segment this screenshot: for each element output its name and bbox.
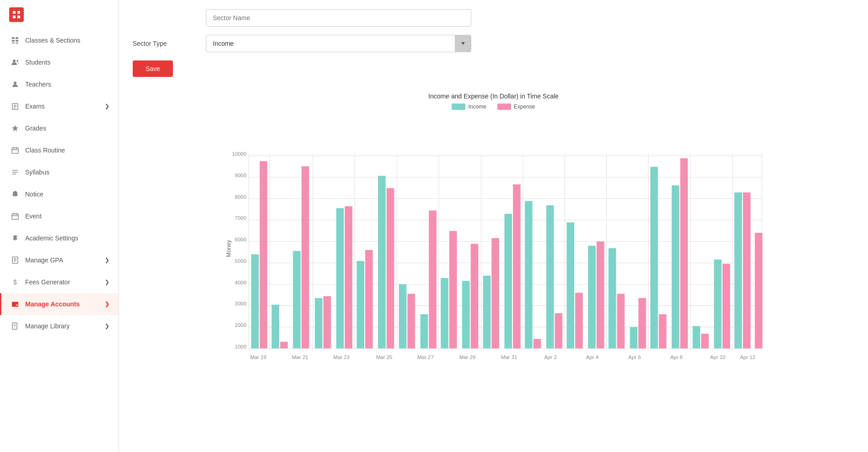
sidebar-item-manage-gpa[interactable]: Manage GPA ❯ bbox=[0, 249, 119, 271]
bar-expense bbox=[302, 166, 309, 349]
bar-income bbox=[525, 201, 533, 349]
svg-rect-7 bbox=[16, 40, 18, 42]
chart-legend: Income Expense bbox=[133, 103, 854, 110]
svg-text:10000: 10000 bbox=[232, 151, 247, 157]
sidebar-item-manage-library[interactable]: Manage Library ❯ bbox=[0, 315, 119, 337]
sidebar-item-students[interactable]: Students bbox=[0, 51, 119, 73]
sidebar-item-classes-sections[interactable]: Classes & Sections bbox=[0, 29, 119, 51]
bar-income bbox=[251, 254, 259, 349]
legend-expense: Expense bbox=[497, 103, 535, 110]
svg-text:Mar 21: Mar 21 bbox=[292, 354, 308, 360]
svg-text:Mar 29: Mar 29 bbox=[459, 354, 476, 360]
sidebar-item-syllabus[interactable]: Syllabus bbox=[0, 161, 119, 183]
svg-text:Mar 19: Mar 19 bbox=[250, 354, 267, 360]
bar-expense bbox=[722, 264, 730, 349]
svg-text:Money: Money bbox=[226, 240, 232, 257]
bar-expense bbox=[408, 294, 415, 348]
svg-text:Apr 4: Apr 4 bbox=[586, 354, 599, 360]
sidebar-item-teachers[interactable]: Teachers bbox=[0, 73, 119, 95]
bar-income bbox=[650, 167, 658, 349]
bar-expense bbox=[555, 313, 562, 349]
chevron-down-icon: ❯ bbox=[105, 279, 109, 285]
sidebar-item-event[interactable]: Event bbox=[0, 205, 119, 227]
svg-point-35 bbox=[16, 305, 18, 306]
app-logo bbox=[9, 7, 24, 22]
bar-expense bbox=[701, 334, 709, 349]
sidebar-item-notice[interactable]: Notice bbox=[0, 183, 119, 205]
bar-income bbox=[315, 298, 323, 349]
bar-income bbox=[421, 314, 428, 349]
sector-type-select[interactable]: Income Expense bbox=[206, 35, 471, 52]
sidebar-item-class-routine[interactable]: Class Routine bbox=[0, 139, 119, 161]
svg-text:Apr 2: Apr 2 bbox=[544, 354, 556, 360]
wallet-icon bbox=[11, 300, 20, 309]
bar-expense bbox=[617, 294, 625, 348]
bar-income bbox=[546, 205, 554, 349]
bar-income bbox=[336, 208, 344, 349]
chevron-down-icon: ❯ bbox=[105, 257, 109, 263]
sector-type-row: Sector Type Income Expense bbox=[133, 35, 854, 52]
bar-income bbox=[714, 260, 722, 349]
sidebar-item-manage-accounts[interactable]: Manage Accounts ❯ bbox=[0, 293, 119, 315]
svg-rect-5 bbox=[16, 37, 18, 39]
clipboard-icon bbox=[11, 102, 20, 111]
legend-income: Income bbox=[452, 103, 486, 110]
bar-expense bbox=[534, 339, 541, 349]
svg-point-11 bbox=[16, 60, 18, 62]
sidebar-item-grades[interactable]: Grades bbox=[0, 117, 119, 139]
svg-text:Apr 6: Apr 6 bbox=[628, 354, 641, 360]
bar-chart: Money 1000 2000 3000 4000 5000 6000 7000… bbox=[133, 115, 854, 363]
svg-rect-8 bbox=[12, 43, 15, 44]
svg-rect-9 bbox=[16, 43, 18, 44]
dollar-icon: $ bbox=[11, 278, 20, 287]
bar-income bbox=[483, 276, 491, 349]
svg-rect-3 bbox=[17, 16, 20, 18]
bar-expense bbox=[280, 342, 288, 349]
bar-income bbox=[588, 246, 596, 349]
bar-income bbox=[504, 214, 512, 349]
save-button[interactable]: Save bbox=[133, 60, 173, 77]
calendar-icon bbox=[11, 146, 20, 155]
svg-rect-1 bbox=[17, 11, 20, 14]
svg-marker-17 bbox=[12, 125, 18, 131]
bar-expense bbox=[755, 233, 763, 349]
star-icon bbox=[11, 124, 20, 133]
sidebar-item-fees-generator[interactable]: $ Fees Generator ❯ bbox=[0, 271, 119, 293]
bar-expense bbox=[365, 250, 373, 349]
sidebar: Classes & Sections Students Teachers Exa… bbox=[0, 0, 119, 452]
doc-icon bbox=[11, 256, 20, 265]
bar-expense bbox=[345, 206, 352, 349]
bar-income bbox=[734, 192, 742, 349]
list-icon bbox=[11, 168, 20, 177]
bell-icon bbox=[11, 190, 20, 199]
svg-rect-4 bbox=[12, 37, 15, 39]
svg-text:6000: 6000 bbox=[235, 237, 246, 242]
svg-text:Apr 12: Apr 12 bbox=[740, 354, 755, 360]
svg-text:7000: 7000 bbox=[235, 215, 246, 221]
sidebar-item-academic-settings[interactable]: Academic Settings bbox=[0, 227, 119, 249]
table-icon bbox=[11, 36, 20, 45]
svg-text:2000: 2000 bbox=[235, 322, 246, 328]
bar-expense bbox=[743, 192, 751, 349]
bar-income bbox=[609, 248, 616, 349]
bar-expense bbox=[323, 296, 331, 349]
svg-text:Mar 25: Mar 25 bbox=[376, 354, 393, 360]
main-content: Sector Type Income Expense Save Income a… bbox=[119, 0, 868, 452]
sector-name-input[interactable] bbox=[206, 9, 471, 27]
bar-expense bbox=[638, 298, 646, 349]
bar-income bbox=[356, 261, 364, 349]
person-icon bbox=[11, 80, 20, 89]
svg-text:$: $ bbox=[13, 278, 17, 286]
svg-text:Mar 23: Mar 23 bbox=[333, 354, 349, 360]
sidebar-item-exams[interactable]: Exams ❯ bbox=[0, 95, 119, 117]
chart-area: Money 1000 2000 3000 4000 5000 6000 7000… bbox=[133, 115, 854, 365]
cal2-icon bbox=[11, 212, 20, 221]
bar-income bbox=[441, 278, 448, 349]
expense-legend-color bbox=[497, 103, 511, 110]
sector-type-select-wrapper: Income Expense bbox=[206, 35, 471, 52]
bar-income bbox=[566, 223, 574, 349]
svg-text:Apr 10: Apr 10 bbox=[710, 354, 726, 360]
bar-income bbox=[672, 185, 679, 349]
chart-title: Income and Expense (In Dollar) in Time S… bbox=[133, 93, 854, 100]
svg-text:9000: 9000 bbox=[235, 173, 246, 178]
